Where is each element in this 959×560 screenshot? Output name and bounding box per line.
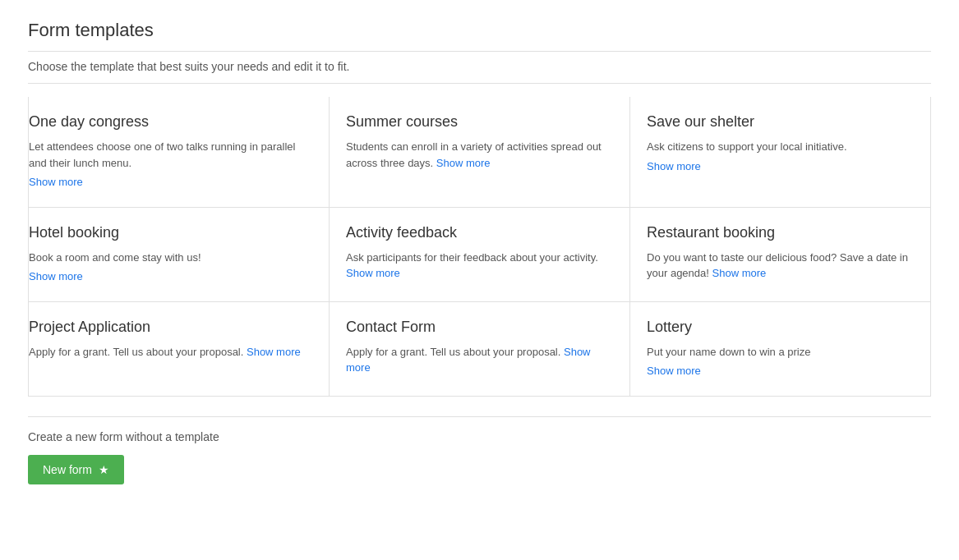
template-card-activity-feedback: Activity feedback Ask participants for t…: [330, 208, 630, 302]
template-title-lottery: Lottery: [647, 319, 914, 336]
template-desc-lottery: Put your name down to win a prize Show m…: [647, 344, 914, 379]
template-title-save-our-shelter: Save our shelter: [647, 113, 914, 131]
show-more-one-day-congress[interactable]: Show more: [29, 174, 312, 190]
show-more-restaurant-booking[interactable]: Show more: [712, 267, 767, 279]
create-label: Create a new form without a template: [28, 430, 931, 443]
show-more-save-our-shelter[interactable]: Show more: [647, 158, 914, 175]
show-more-project-application[interactable]: Show more: [247, 346, 301, 358]
template-title-summer-courses: Summer courses: [346, 113, 613, 131]
template-desc-project-application: Apply for a grant. Tell us about your pr…: [29, 344, 312, 360]
template-desc-contact-form: Apply for a grant. Tell us about your pr…: [346, 344, 613, 376]
star-icon: ★: [99, 463, 109, 476]
template-title-activity-feedback: Activity feedback: [346, 224, 613, 241]
show-more-activity-feedback[interactable]: Show more: [346, 267, 400, 279]
template-title-one-day-congress: One day congress: [29, 113, 312, 131]
template-desc-save-our-shelter: Ask citizens to support your local initi…: [647, 139, 914, 174]
template-title-restaurant-booking: Restaurant booking: [647, 224, 914, 241]
page-title: Form templates: [28, 20, 931, 52]
template-desc-activity-feedback: Ask participants for their feedback abou…: [346, 250, 613, 282]
new-form-label: New form: [43, 463, 92, 476]
show-more-lottery[interactable]: Show more: [647, 363, 914, 379]
show-more-summer-courses[interactable]: Show more: [436, 157, 491, 169]
template-desc-one-day-congress: Let attendees choose one of two talks ru…: [29, 139, 312, 190]
template-card-restaurant-booking: Restaurant booking Do you want to taste …: [630, 208, 931, 302]
template-card-summer-courses: Summer courses Students can enroll in a …: [330, 97, 630, 208]
show-more-hotel-booking[interactable]: Show more: [29, 269, 312, 285]
template-card-contact-form: Contact Form Apply for a grant. Tell us …: [330, 302, 630, 397]
new-form-button[interactable]: New form ★: [28, 455, 124, 484]
template-card-hotel-booking: Hotel booking Book a room and come stay …: [29, 208, 330, 302]
template-desc-restaurant-booking: Do you want to taste our delicious food?…: [647, 250, 914, 282]
template-title-contact-form: Contact Form: [346, 319, 613, 336]
page-subtitle: Choose the template that best suits your…: [28, 60, 931, 84]
template-card-project-application: Project Application Apply for a grant. T…: [29, 302, 330, 397]
template-title-project-application: Project Application: [29, 319, 312, 336]
template-title-hotel-booking: Hotel booking: [29, 224, 312, 241]
footer-section: Create a new form without a template New…: [28, 416, 931, 484]
template-card-save-our-shelter: Save our shelter Ask citizens to support…: [630, 97, 931, 208]
template-card-lottery: Lottery Put your name down to win a priz…: [630, 302, 931, 397]
templates-grid: One day congress Let attendees choose on…: [28, 97, 931, 397]
template-desc-summer-courses: Students can enroll in a variety of acti…: [346, 139, 613, 171]
template-desc-hotel-booking: Book a room and come stay with us! Show …: [29, 250, 312, 285]
template-card-one-day-congress: One day congress Let attendees choose on…: [29, 97, 330, 208]
